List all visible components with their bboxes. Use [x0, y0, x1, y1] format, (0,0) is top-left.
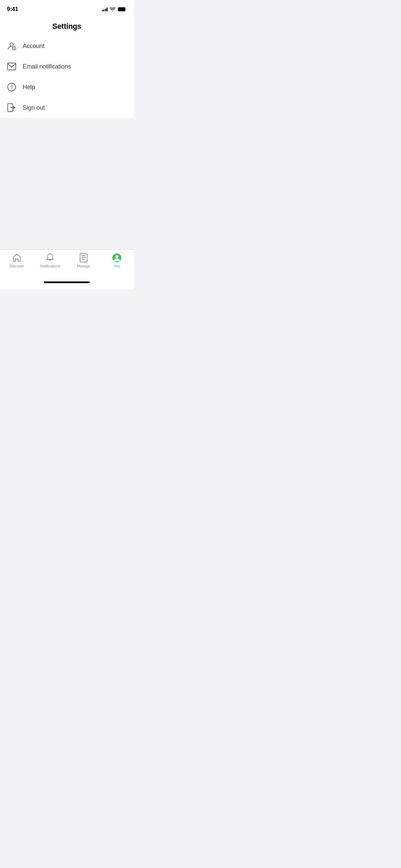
status-bar: 9:41 [0, 0, 134, 16]
nav-label-discover: Discover [10, 264, 24, 268]
nav-item-notifications[interactable]: Notifications [38, 253, 62, 268]
nav-item-discover[interactable]: Discover [5, 253, 29, 268]
status-icons [102, 7, 127, 12]
sign-out-label: Sign out [23, 104, 45, 111]
signal-icon [102, 7, 108, 11]
svg-point-2 [10, 43, 13, 46]
wifi-icon [110, 7, 116, 12]
status-time: 9:41 [7, 6, 18, 13]
svg-rect-1 [118, 8, 125, 11]
nav-label-manage: Manage [77, 264, 90, 268]
home-indicator [0, 278, 134, 289]
settings-item-email-notifications[interactable]: Email notifications [0, 56, 134, 77]
nav-label-you: You [114, 264, 120, 268]
bottom-nav: Discover Notifications Manage [0, 249, 134, 278]
svg-point-11 [116, 255, 119, 258]
svg-text:?: ? [10, 85, 13, 90]
nav-label-notifications: Notifications [40, 264, 60, 268]
page-header: Settings [0, 16, 134, 36]
page-title: Settings [7, 22, 127, 31]
home-icon [12, 253, 22, 263]
account-gear-icon [7, 41, 16, 51]
person-icon [112, 253, 122, 263]
help-icon: ? [7, 82, 16, 92]
email-icon [7, 62, 16, 71]
nav-item-you[interactable]: You [105, 253, 129, 268]
gray-area [0, 118, 134, 249]
nav-item-manage[interactable]: Manage [72, 253, 96, 268]
settings-item-account[interactable]: Account [0, 36, 134, 56]
sign-out-icon [7, 103, 16, 112]
settings-item-sign-out[interactable]: Sign out [0, 97, 134, 118]
svg-rect-5 [8, 63, 16, 70]
manage-icon [79, 253, 88, 263]
bell-icon [45, 253, 55, 263]
email-notifications-label: Email notifications [23, 63, 71, 70]
settings-item-help[interactable]: ? Help [0, 77, 134, 97]
help-label: Help [23, 84, 35, 91]
account-label: Account [23, 43, 45, 50]
home-indicator-bar [44, 281, 90, 283]
battery-icon [118, 7, 127, 12]
svg-rect-9 [80, 254, 87, 262]
settings-list: Account Email notifications ? Help [0, 36, 134, 118]
svg-point-4 [14, 48, 15, 49]
